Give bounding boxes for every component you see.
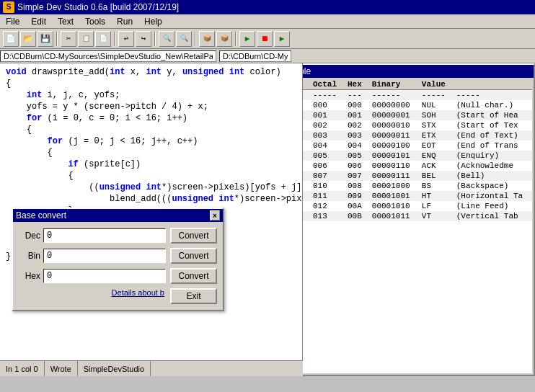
toolbar-open[interactable]: 📂 bbox=[20, 31, 36, 47]
menu-run[interactable]: Run bbox=[111, 15, 138, 28]
table-cell: 003 bbox=[303, 130, 309, 141]
table-cell: (Vertical Tab bbox=[452, 211, 532, 221]
table-cell: 005 bbox=[343, 151, 368, 161]
status-state: Wrote bbox=[45, 361, 78, 376]
convert-footer: Details about b Exit bbox=[19, 288, 217, 304]
dec-row: Dec Convert bbox=[19, 228, 217, 244]
table-cell: 004 bbox=[309, 141, 343, 151]
table-cell: 00001000 bbox=[368, 181, 417, 191]
ascii-table-window: ASCII Table Decimal Octal Hex Binary Val… bbox=[303, 63, 535, 376]
table-cell: 00001001 bbox=[368, 191, 417, 201]
table-cell: (Line Feed) bbox=[452, 201, 532, 211]
toolbar-build[interactable]: 📦 bbox=[216, 31, 232, 47]
bin-input[interactable] bbox=[43, 249, 166, 263]
table-row: 00300300300000011ETX(End of Text) bbox=[303, 130, 532, 141]
table-cell: (Acknowledme bbox=[452, 161, 532, 171]
path-bar bbox=[0, 49, 535, 63]
base-convert-dialog: Base convert × Dec Convert Bin Convert H… bbox=[12, 208, 224, 311]
table-cell: NUL bbox=[417, 100, 452, 110]
col-desc bbox=[452, 79, 532, 90]
toolbar-copy[interactable]: 📋 bbox=[78, 31, 94, 47]
menu-text[interactable]: Text bbox=[52, 15, 79, 28]
ascii-table-content[interactable]: Decimal Octal Hex Binary Value ------ --… bbox=[303, 79, 532, 373]
toolbar-run[interactable]: ▶ bbox=[239, 31, 255, 47]
table-cell: 00001010 bbox=[368, 201, 417, 211]
table-cell: 013 bbox=[309, 211, 343, 221]
table-row: 00801000800001000BS(Backspace) bbox=[303, 181, 532, 191]
col-decimal: Decimal bbox=[303, 79, 309, 90]
toolbar-find[interactable]: 🔍 bbox=[159, 31, 174, 47]
toolbar-save[interactable]: 💾 bbox=[37, 31, 53, 47]
table-cell: 00A bbox=[343, 201, 368, 211]
table-row: 00700700700000111BEL(Bell) bbox=[303, 171, 532, 181]
toolbar-findreplace[interactable]: 🔍 bbox=[176, 31, 192, 47]
table-row: 00600600600000110ACK(Acknowledme bbox=[303, 161, 532, 171]
menu-tools[interactable]: Tools bbox=[79, 15, 111, 28]
sep-binary: ------ bbox=[368, 90, 417, 101]
toolbar-paste[interactable]: 📄 bbox=[95, 31, 111, 47]
table-cell: 010 bbox=[309, 181, 343, 191]
toolbar-redo[interactable]: ↪ bbox=[136, 31, 151, 47]
toolbar-compile[interactable]: 📦 bbox=[199, 31, 215, 47]
toolbar: 📄 📂 💾 ✂ 📋 📄 ↩ ↪ 🔍 🔍 📦 📦 ▶ ⏹ ▶ bbox=[0, 29, 535, 49]
menu-bar: File Edit Text Tools Run Help bbox=[0, 14, 535, 29]
table-cell: BS bbox=[417, 181, 452, 191]
base-convert-close[interactable]: × bbox=[210, 210, 220, 220]
toolbar-sep1 bbox=[56, 32, 58, 46]
table-cell: (Bell) bbox=[452, 171, 532, 181]
table-cell: 008 bbox=[343, 181, 368, 191]
table-cell: 003 bbox=[343, 130, 368, 141]
table-cell: 00000000 bbox=[368, 100, 417, 110]
toolbar-stop[interactable]: ⏹ bbox=[257, 31, 273, 47]
base-convert-body: Dec Convert Bin Convert Hex Convert Deta… bbox=[13, 222, 223, 310]
table-cell: 004 bbox=[343, 141, 368, 151]
ascii-table-body: 00000000000000000NUL(Null char.)00100100… bbox=[303, 100, 532, 221]
table-row: 01101300B00001011VT(Vertical Tab bbox=[303, 211, 532, 221]
table-cell: 006 bbox=[309, 161, 343, 171]
toolbar-cut[interactable]: ✂ bbox=[61, 31, 76, 47]
toolbar-debug[interactable]: ▶ bbox=[274, 31, 290, 47]
dec-label: Dec bbox=[19, 231, 40, 241]
hex-convert-btn[interactable]: Convert bbox=[170, 268, 217, 284]
table-cell: 000 bbox=[309, 100, 343, 110]
table-cell: (Null char.) bbox=[452, 100, 532, 110]
status-position: In 1 col 0 bbox=[0, 361, 45, 376]
ascii-data-table: Decimal Octal Hex Binary Value ------ --… bbox=[303, 79, 532, 221]
base-convert-title-text: Base convert bbox=[16, 210, 66, 220]
table-cell: 004 bbox=[303, 141, 309, 151]
table-cell: 00001011 bbox=[368, 211, 417, 221]
table-cell: 006 bbox=[343, 161, 368, 171]
col-octal: Octal bbox=[309, 79, 343, 90]
table-cell: (End of Trans bbox=[452, 141, 532, 151]
table-cell: 002 bbox=[303, 120, 309, 130]
table-cell: 005 bbox=[303, 151, 309, 161]
right-path-input[interactable] bbox=[219, 50, 291, 62]
dec-input[interactable] bbox=[43, 228, 166, 243]
details-link[interactable]: Details about b bbox=[112, 288, 164, 304]
table-cell: 000 bbox=[343, 100, 368, 110]
bin-convert-btn[interactable]: Convert bbox=[170, 248, 217, 264]
table-cell: VT bbox=[417, 211, 452, 221]
table-cell: 00000101 bbox=[368, 151, 417, 161]
ascii-title-text: ASCII Table bbox=[303, 66, 311, 76]
table-cell: 012 bbox=[309, 201, 343, 211]
left-path-input[interactable] bbox=[0, 50, 216, 62]
table-cell: 00000110 bbox=[368, 161, 417, 171]
hex-input[interactable] bbox=[43, 269, 166, 283]
menu-edit[interactable]: Edit bbox=[25, 15, 52, 28]
app-icon: S bbox=[3, 1, 14, 13]
toolbar-undo[interactable]: ↩ bbox=[118, 31, 134, 47]
table-cell: 00000011 bbox=[368, 130, 417, 141]
exit-btn[interactable]: Exit bbox=[170, 288, 217, 304]
col-binary: Binary bbox=[368, 79, 417, 90]
dec-convert-btn[interactable]: Convert bbox=[170, 228, 217, 244]
sep-value: ----- bbox=[417, 90, 452, 101]
table-row: 00000000000000000NUL(Null char.) bbox=[303, 100, 532, 110]
toolbar-sep2 bbox=[114, 32, 115, 46]
sep-hex: --- bbox=[343, 90, 368, 101]
menu-help[interactable]: Help bbox=[138, 15, 168, 28]
toolbar-new[interactable]: 📄 bbox=[3, 31, 19, 47]
title-bar: S Simple Dev Studio 0.6a [build 2007/12/… bbox=[0, 0, 535, 14]
toolbar-sep5 bbox=[235, 32, 236, 46]
menu-file[interactable]: File bbox=[0, 15, 25, 28]
